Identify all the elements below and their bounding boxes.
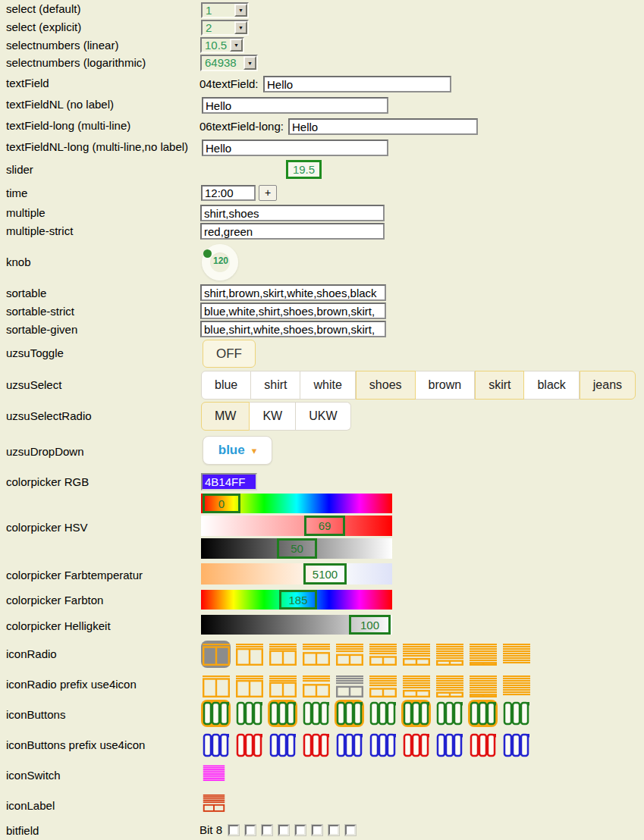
window-blind-icon[interactable] <box>435 641 464 668</box>
window-blind-icon[interactable] <box>501 641 531 668</box>
knob-dial[interactable]: 120 <box>202 244 238 281</box>
window-blind-icon[interactable] <box>234 641 264 668</box>
textfield-long-input[interactable] <box>288 118 478 135</box>
radiator-icon[interactable] <box>501 700 531 727</box>
color-temperature-handle[interactable]: 5100 <box>303 563 347 585</box>
multiple-input[interactable] <box>200 205 385 221</box>
uzsu-select-option-skirt[interactable]: skirt <box>475 371 524 400</box>
hue-bar[interactable]: 185 <box>201 590 392 610</box>
hsv-value-handle[interactable]: 50 <box>277 538 317 559</box>
row-label-icon-radio-prefix: iconRadio prefix use4icon <box>6 678 137 691</box>
knob-handle-dot[interactable] <box>203 249 212 258</box>
select-explicit-dropdown[interactable]: 2 ▼ <box>201 20 249 36</box>
bitfield-checkbox-3[interactable] <box>262 825 272 835</box>
radiator-icon[interactable] <box>335 732 364 759</box>
uzsu-dropdown-button[interactable]: blue ▾ <box>203 436 272 465</box>
uzsu-select-option-black[interactable]: black <box>524 371 579 400</box>
window-blind-icon[interactable] <box>401 641 431 668</box>
radiator-icon[interactable] <box>401 732 431 759</box>
radiator-icon[interactable] <box>201 732 231 759</box>
row-label-icon-label: iconLabel <box>6 799 55 813</box>
dropdown-arrow-icon[interactable]: ▼ <box>243 56 256 70</box>
window-blind-icon[interactable] <box>368 672 397 700</box>
window-blind-icon[interactable] <box>268 641 297 668</box>
brightness-handle[interactable]: 100 <box>349 615 391 635</box>
hsv-hue-handle[interactable]: 0 <box>203 494 240 513</box>
uzsu-radio-option-mw[interactable]: MW <box>201 402 250 431</box>
bitfield-checkbox-7[interactable] <box>328 825 339 835</box>
window-blind-icon[interactable] <box>201 641 231 668</box>
sortable-strict-input[interactable] <box>200 302 386 319</box>
radiator-icon[interactable] <box>268 700 297 727</box>
radiator-icon[interactable] <box>368 700 397 727</box>
textfield-nl-long-input[interactable] <box>202 139 388 156</box>
uzsu-radio-option-ukw[interactable]: UKW <box>296 402 350 431</box>
uzsu-select-option-blue[interactable]: blue <box>201 371 251 400</box>
window-blind-icon[interactable] <box>401 672 431 700</box>
uzsu-toggle-button[interactable]: OFF <box>203 340 256 368</box>
bitfield-checkbox-2[interactable] <box>245 825 256 835</box>
hsv-value-bar[interactable]: 50 <box>201 538 392 559</box>
window-blind-icon[interactable] <box>335 641 364 668</box>
dropdown-arrow-icon[interactable]: ▼ <box>230 39 243 52</box>
radiator-icon[interactable] <box>468 732 498 759</box>
radiator-icon[interactable] <box>368 732 397 759</box>
window-blind-icon[interactable] <box>301 672 331 700</box>
multiple-strict-input[interactable] <box>200 223 385 240</box>
bitfield-checkbox-1[interactable] <box>228 825 239 835</box>
dropdown-arrow-icon[interactable]: ▼ <box>234 21 247 34</box>
radiator-icon[interactable] <box>234 732 264 759</box>
window-blind-icon[interactable] <box>468 641 498 668</box>
radiator-icon[interactable] <box>501 732 531 759</box>
bitfield-checkbox-4[interactable] <box>278 825 289 835</box>
textfield-input[interactable] <box>263 76 451 92</box>
brightness-bar[interactable]: 100 <box>201 615 392 635</box>
color-temperature-bar[interactable]: 5100 <box>201 563 392 585</box>
radiator-icon[interactable] <box>335 700 364 727</box>
window-blind-icon[interactable] <box>368 641 397 668</box>
window-blind-icon[interactable] <box>468 672 498 700</box>
radiator-icon[interactable] <box>435 732 464 759</box>
radiator-icon[interactable] <box>435 700 464 727</box>
textfield-nl-input[interactable] <box>202 97 388 114</box>
sortable-given-input[interactable] <box>200 321 386 337</box>
bitfield-checkbox-6[interactable] <box>312 825 322 835</box>
radiator-icon[interactable] <box>234 700 264 727</box>
icon-switch-button[interactable] <box>203 764 225 783</box>
window-blind-icon[interactable] <box>501 672 531 700</box>
window-blind-icon[interactable] <box>435 672 464 700</box>
hue-handle[interactable]: 185 <box>279 590 317 610</box>
slider-value-handle[interactable]: 19.5 <box>286 160 322 179</box>
bitfield-checkbox-8[interactable] <box>345 825 356 835</box>
radiator-icon[interactable] <box>301 700 331 727</box>
uzsu-select-option-shirt[interactable]: shirt <box>251 371 300 400</box>
uzsu-select-option-white[interactable]: white <box>300 371 355 400</box>
uzsu-select-option-shoes[interactable]: shoes <box>356 371 416 400</box>
bitfield-checkbox-5[interactable] <box>295 825 306 835</box>
radiator-icon[interactable] <box>468 700 498 727</box>
uzsu-radio-option-kw[interactable]: KW <box>250 402 296 431</box>
uzsu-select-option-jeans[interactable]: jeans <box>580 371 636 400</box>
colorpicker-rgb-input[interactable]: 4B14FF <box>201 473 257 491</box>
sortable-input[interactable] <box>200 284 386 301</box>
radiator-icon[interactable] <box>401 700 431 727</box>
radiator-icon[interactable] <box>201 700 231 727</box>
window-blind-icon[interactable] <box>301 641 331 668</box>
window-blind-icon[interactable] <box>268 672 297 700</box>
dropdown-arrow-icon[interactable]: ▼ <box>234 4 247 17</box>
time-plus-button[interactable]: + <box>259 185 277 201</box>
select-default-dropdown[interactable]: 1 ▼ <box>201 2 249 18</box>
radiator-icon[interactable] <box>268 732 297 759</box>
uzsu-select-option-brown[interactable]: brown <box>416 371 476 400</box>
window-blind-icon[interactable] <box>234 672 264 700</box>
window-blind-icon[interactable] <box>335 672 364 700</box>
radiator-icon[interactable] <box>301 732 331 759</box>
uzsu-dropdown-value: blue <box>218 443 245 458</box>
time-input[interactable] <box>201 185 256 201</box>
selectnumbers-linear-dropdown[interactable]: 10.5 ▼ <box>200 37 244 53</box>
hsv-saturation-handle[interactable]: 69 <box>304 516 345 536</box>
hsv-hue-bar[interactable]: 0 <box>201 494 392 513</box>
window-blind-icon[interactable] <box>201 672 231 700</box>
hsv-saturation-bar[interactable]: 69 <box>201 516 392 536</box>
selectnumbers-log-dropdown[interactable]: 64938 ▼ <box>200 55 258 71</box>
